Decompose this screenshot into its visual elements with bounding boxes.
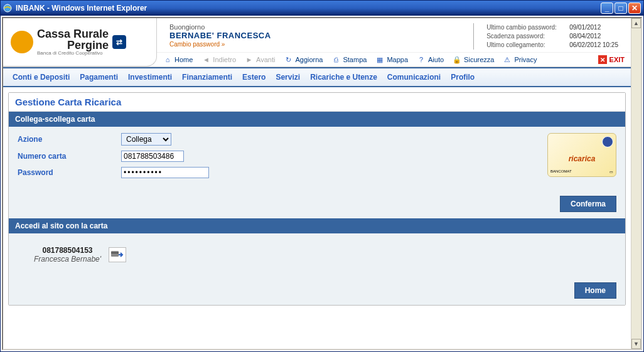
menu-finanziamenti[interactable]: Finanziamenti xyxy=(182,73,232,82)
maximize-button[interactable]: □ xyxy=(614,3,627,14)
greeting-text: Buongiorno xyxy=(169,23,473,31)
section-access-title: Accedi al sito con la carta xyxy=(9,218,625,233)
print-icon: ⎙ xyxy=(331,55,340,64)
minimize-button[interactable]: _ xyxy=(601,3,613,14)
numero-label: Numero carta xyxy=(18,152,121,161)
section-link-unlink-title: Collega-scollega carta xyxy=(9,112,625,127)
main-menubar: Conti e Depositi Pagamenti Investimenti … xyxy=(4,69,630,85)
card-brand: ricarica xyxy=(550,154,613,163)
password-input[interactable] xyxy=(121,167,209,178)
help-tool[interactable]: ?Aiuto xyxy=(417,55,444,64)
toolbar: ⌂Home ◄Indietro ►Avanti ↻Aggiorna ⎙Stamp… xyxy=(157,52,631,67)
card-arrow-icon xyxy=(111,250,124,260)
last-login-value: 06/02/2012 10:25 xyxy=(569,41,618,50)
security-tool[interactable]: 🔒Sicurezza xyxy=(453,55,494,64)
vertical-scrollbar[interactable]: ▲ ▼ xyxy=(631,18,641,349)
menu-investimenti[interactable]: Investimenti xyxy=(128,73,172,82)
bank-name: Cassa Rurale xyxy=(37,28,109,40)
last-pw-value: 09/01/2012 xyxy=(569,23,601,32)
ie-icon xyxy=(3,3,13,13)
linked-card-holder: Francesca Bernabe' xyxy=(34,255,101,264)
scroll-up-icon[interactable]: ▲ xyxy=(631,18,641,28)
panel-title: Gestione Carta Ricarica xyxy=(9,93,625,112)
logo-ext-icon: ⇄ xyxy=(112,35,126,49)
linked-card-number: 081788504153 xyxy=(34,246,101,255)
bank-tagline: Banca di Credito Cooperativo xyxy=(37,51,109,56)
refresh-tool[interactable]: ↻Aggiorna xyxy=(284,55,323,64)
lock-icon: 🔒 xyxy=(453,55,461,64)
home-button[interactable]: Home xyxy=(574,282,616,299)
scroll-down-icon[interactable]: ▼ xyxy=(631,339,641,349)
menu-comunicazioni[interactable]: Comunicazioni xyxy=(387,73,441,82)
exit-icon: ✕ xyxy=(598,55,607,64)
azione-select[interactable]: Collega xyxy=(121,133,171,146)
window-titlebar: INBANK - Windows Internet Explorer _ □ ✕ xyxy=(1,1,643,16)
user-name: BERNABE' FRANCESCA xyxy=(169,31,473,40)
privacy-tool[interactable]: ⚠Privacy xyxy=(503,55,537,64)
forward-tool: ►Avanti xyxy=(245,55,275,64)
menu-pagamenti[interactable]: Pagamenti xyxy=(80,73,118,82)
card-image: ricarica BANCOMAT▭ xyxy=(547,133,616,177)
logo-badge-icon xyxy=(11,31,33,53)
window-title: INBANK - Windows Internet Explorer xyxy=(16,4,147,13)
back-tool: ◄Indietro xyxy=(201,55,236,64)
close-button[interactable]: ✕ xyxy=(628,3,641,14)
menu-estero[interactable]: Estero xyxy=(242,73,266,82)
pagobancomat-icon: ▭ xyxy=(609,169,613,174)
expiry-label: Scadenza password: xyxy=(486,32,562,41)
map-icon: ▦ xyxy=(375,55,384,64)
home-tool[interactable]: ⌂Home xyxy=(163,55,193,64)
exit-button[interactable]: ✕EXIT xyxy=(598,55,625,64)
access-card-button[interactable] xyxy=(109,247,126,262)
linked-card-entry: 081788504153 Francesca Bernabe' xyxy=(34,246,600,264)
svg-rect-1 xyxy=(111,251,119,257)
maestro-icon xyxy=(602,136,613,147)
main-panel: Gestione Carta Ricarica Collega-scollega… xyxy=(8,92,626,306)
refresh-icon: ↻ xyxy=(284,55,292,64)
scroll-track[interactable] xyxy=(631,28,641,339)
forward-icon: ► xyxy=(245,55,254,64)
last-login-label: Ultimo collegamento: xyxy=(486,41,562,50)
menu-ricariche[interactable]: Ricariche e Utenze xyxy=(310,73,377,82)
menu-profilo[interactable]: Profilo xyxy=(451,73,475,82)
change-password-link[interactable]: Cambio password » xyxy=(169,41,225,48)
menu-conti[interactable]: Conti e Depositi xyxy=(13,73,70,82)
numero-carta-input[interactable] xyxy=(121,151,184,162)
bank-name-2: Pergine xyxy=(37,40,109,51)
map-tool[interactable]: ▦Mappa xyxy=(375,55,408,64)
menu-servizi[interactable]: Servizi xyxy=(276,73,300,82)
home-icon: ⌂ xyxy=(163,55,172,64)
expiry-value: 08/04/2012 xyxy=(569,32,601,41)
conferma-button[interactable]: Conferma xyxy=(560,196,616,212)
bancomat-icon: BANCOMAT xyxy=(550,169,572,174)
password-label: Password xyxy=(18,168,121,177)
print-tool[interactable]: ⎙Stampa xyxy=(331,55,367,64)
last-pw-label: Ultimo cambio password: xyxy=(486,23,562,32)
azione-label: Azione xyxy=(18,135,121,144)
help-icon: ? xyxy=(417,55,426,64)
session-info: Ultimo cambio password:09/01/2012 Scaden… xyxy=(473,23,618,50)
bank-logo: Cassa Rurale Pergine Banca di Credito Co… xyxy=(3,18,157,67)
bank-header: Cassa Rurale Pergine Banca di Credito Co… xyxy=(3,18,631,67)
back-icon: ◄ xyxy=(201,55,210,64)
svg-rect-2 xyxy=(111,252,119,253)
warning-icon: ⚠ xyxy=(503,55,512,64)
